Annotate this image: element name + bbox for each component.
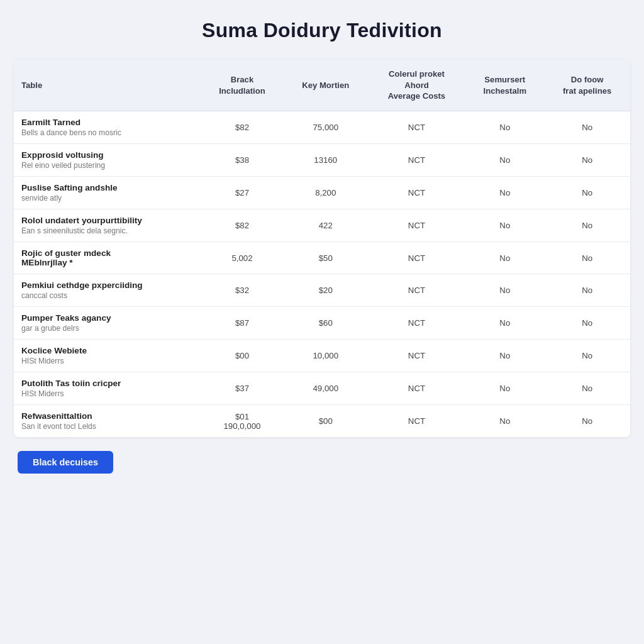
row-8-brack: $37	[201, 372, 284, 405]
row-3-brack: $82	[201, 209, 284, 242]
row-0-label: Earmilt TarnedBells a dance bens no mosr…	[14, 111, 201, 144]
row-3-key: 422	[284, 209, 368, 242]
row-2-label: Puslise Safting andshlesenvide atly	[14, 177, 201, 209]
row-0-semursert: No	[465, 111, 544, 144]
row-8-dofoow: No	[544, 372, 630, 405]
page-title: Suma Doidury Tedivition	[202, 19, 442, 42]
row-8-label: Putolith Tas toiin cricperHISt Miderrs	[14, 372, 201, 405]
row-3-semursert: No	[465, 209, 544, 242]
row-4-colerul: NCT	[368, 242, 466, 274]
table-row: Koclice WebieteHISt Miderrs$0010,000NCTN…	[14, 340, 630, 372]
row-1-colerul: NCT	[368, 144, 466, 177]
row-7-semursert: No	[465, 340, 544, 372]
table-header-row: TableBrack IncludlationKey MortienColeru…	[14, 60, 630, 111]
col-semursert: Semursert Inchestalm	[465, 60, 544, 111]
row-1-dofoow: No	[544, 144, 630, 177]
row-1-semursert: No	[465, 144, 544, 177]
row-2-brack: $27	[201, 177, 284, 209]
row-5-label: Pemkiui cethdge pxperciidingcanccal cost…	[14, 274, 201, 307]
row-9-label: RefwasenittaltionSan it evont tocl Lelds	[14, 405, 201, 438]
row-8-key: 49,000	[284, 372, 368, 405]
table-row: Pumper Teaks agancygar a grube delrs$87$…	[14, 307, 630, 340]
row-6-key: $60	[284, 307, 368, 340]
col-dofoow: Do foow frat apelines	[544, 60, 630, 111]
row-4-key: $50	[284, 242, 368, 274]
table-row: Rolol undatert yourpurttibilityEan s sin…	[14, 209, 630, 242]
main-table-wrapper: TableBrack IncludlationKey MortienColeru…	[14, 60, 630, 437]
row-5-dofoow: No	[544, 274, 630, 307]
row-3-label: Rolol undatert yourpurttibilityEan s sin…	[14, 209, 201, 242]
row-6-semursert: No	[465, 307, 544, 340]
row-4-brack: 5,002	[201, 242, 284, 274]
row-7-dofoow: No	[544, 340, 630, 372]
row-2-dofoow: No	[544, 177, 630, 209]
data-table: TableBrack IncludlationKey MortienColeru…	[14, 60, 630, 437]
row-0-dofoow: No	[544, 111, 630, 144]
row-6-brack: $87	[201, 307, 284, 340]
row-6-dofoow: No	[544, 307, 630, 340]
row-1-key: 13160	[284, 144, 368, 177]
row-6-label: Pumper Teaks agancygar a grube delrs	[14, 307, 201, 340]
row-4-label: Rojic of guster mdeck MEblnrjllay *	[14, 242, 201, 274]
col-table: Table	[14, 60, 201, 111]
row-0-key: 75,000	[284, 111, 368, 144]
row-5-key: $20	[284, 274, 368, 307]
row-4-dofoow: No	[544, 242, 630, 274]
row-9-brack: $01 190,0,000	[201, 405, 284, 438]
row-7-colerul: NCT	[368, 340, 466, 372]
row-7-brack: $00	[201, 340, 284, 372]
col-key: Key Mortien	[284, 60, 368, 111]
row-5-brack: $32	[201, 274, 284, 307]
row-6-colerul: NCT	[368, 307, 466, 340]
row-3-dofoow: No	[544, 209, 630, 242]
row-2-key: 8,200	[284, 177, 368, 209]
col-colerul: Colerul proket Ahord Average Costs	[368, 60, 466, 111]
table-row: Puslise Safting andshlesenvide atly$278,…	[14, 177, 630, 209]
row-2-colerul: NCT	[368, 177, 466, 209]
row-9-colerul: NCT	[368, 405, 466, 438]
row-0-colerul: NCT	[368, 111, 466, 144]
row-5-semursert: No	[465, 274, 544, 307]
row-8-colerul: NCT	[368, 372, 466, 405]
row-8-semursert: No	[465, 372, 544, 405]
black-decuises-button[interactable]: Black decuises	[18, 451, 113, 474]
row-3-colerul: NCT	[368, 209, 466, 242]
row-2-semursert: No	[465, 177, 544, 209]
col-brack: Brack Includlation	[201, 60, 284, 111]
table-row: Rojic of guster mdeck MEblnrjllay *5,002…	[14, 242, 630, 274]
row-4-semursert: No	[465, 242, 544, 274]
row-7-key: 10,000	[284, 340, 368, 372]
row-9-key: $00	[284, 405, 368, 438]
table-row: Putolith Tas toiin cricperHISt Miderrs$3…	[14, 372, 630, 405]
table-row: Expprosid voltusingRel eino veiled puste…	[14, 144, 630, 177]
table-row: Earmilt TarnedBells a dance bens no mosr…	[14, 111, 630, 144]
row-0-brack: $82	[201, 111, 284, 144]
row-5-colerul: NCT	[368, 274, 466, 307]
row-7-label: Koclice WebieteHISt Miderrs	[14, 340, 201, 372]
row-9-semursert: No	[465, 405, 544, 438]
row-1-brack: $38	[201, 144, 284, 177]
table-row: Pemkiui cethdge pxperciidingcanccal cost…	[14, 274, 630, 307]
table-row: RefwasenittaltionSan it evont tocl Lelds…	[14, 405, 630, 438]
row-9-dofoow: No	[544, 405, 630, 438]
row-1-label: Expprosid voltusingRel eino veiled puste…	[14, 144, 201, 177]
